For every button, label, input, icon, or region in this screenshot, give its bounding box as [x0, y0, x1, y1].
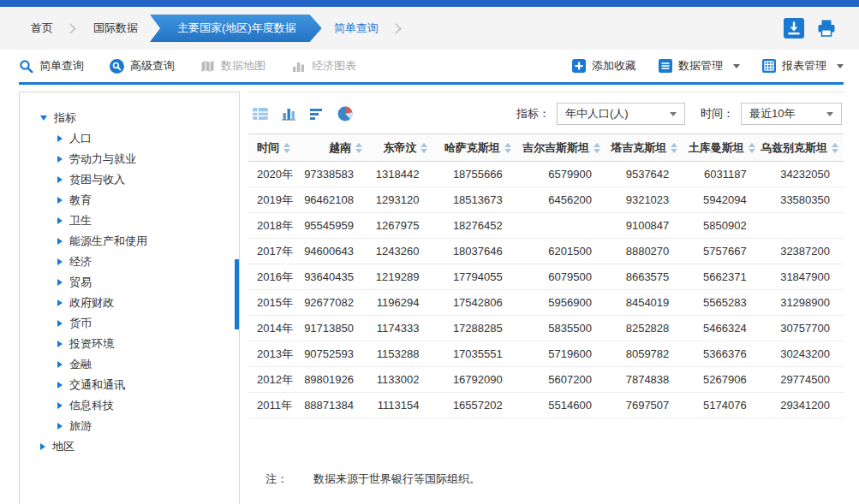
- sort-arrows-icon[interactable]: [594, 143, 600, 153]
- column-header-1[interactable]: 时间: [248, 134, 296, 162]
- sidebar-item-label: 货币: [69, 316, 92, 331]
- sidebar-item-11[interactable]: 投资环境: [57, 334, 239, 354]
- column-header-label: 东帝汶: [383, 141, 416, 154]
- sort-arrows-icon[interactable]: [832, 143, 838, 153]
- sidebar-item-label: 信息科技: [69, 398, 114, 413]
- cell-value: 96462108: [296, 187, 367, 213]
- column-header-4[interactable]: 哈萨克斯坦: [432, 134, 516, 162]
- top-blue-bar: [0, 0, 859, 7]
- sidebar-item-9[interactable]: 政府财政: [57, 293, 239, 313]
- cell-value: 8663575: [605, 264, 683, 290]
- cell-value: 1293120: [367, 187, 432, 213]
- column-header-3[interactable]: 东帝汶: [367, 134, 432, 162]
- table-row: 2017年94600643124326018037646620150088802…: [248, 239, 844, 264]
- sidebar-item-indicators[interactable]: 指标: [40, 108, 239, 128]
- column-header-6[interactable]: 塔吉克斯坦: [605, 134, 683, 162]
- cell-value: 5850902: [683, 213, 760, 239]
- sidebar-item-label: 指标: [54, 110, 76, 126]
- toolbar-search-button[interactable]: 简单查询: [19, 58, 84, 74]
- toolbar-data-manage-button[interactable]: 数据管理: [659, 58, 740, 74]
- sort-arrows-icon[interactable]: [421, 143, 427, 153]
- sidebar-item-10[interactable]: 货币: [57, 313, 239, 334]
- header-actions: [784, 18, 837, 39]
- column-header-label: 土库曼斯坦: [689, 141, 744, 154]
- column-header-8[interactable]: 乌兹别克斯坦: [761, 134, 844, 162]
- triangle-right-icon: [40, 443, 45, 450]
- cell-value: 18276452: [432, 213, 516, 239]
- sidebar-item-1[interactable]: 人口: [57, 128, 239, 149]
- sort-arrows-icon[interactable]: [355, 143, 362, 153]
- sort-up-icon: [749, 143, 755, 147]
- pie-chart-button[interactable]: [337, 105, 354, 122]
- toolbar-advanced-search-button[interactable]: 高级查询: [110, 58, 175, 74]
- sort-arrows-icon[interactable]: [283, 143, 290, 153]
- sidebar-item-regions[interactable]: 地区: [40, 436, 239, 457]
- sidebar-scrollbar[interactable]: [235, 259, 239, 329]
- time-select[interactable]: 最近10年: [741, 103, 842, 125]
- sidebar-item-14[interactable]: 信息科技: [57, 395, 239, 416]
- cell-value: 18755666: [432, 162, 516, 187]
- cell-year: 2015年: [248, 290, 296, 316]
- breadcrumb-item-3[interactable]: 主要国家(地区)年度数据: [150, 15, 322, 42]
- toolbar-button-label: 数据地图: [221, 58, 265, 74]
- bar-chart-button[interactable]: [280, 106, 297, 122]
- sidebar-item-7[interactable]: 经济: [57, 252, 239, 272]
- sidebar-item-label: 教育: [69, 193, 92, 208]
- toolbar-add-favorite-button[interactable]: 添加收藏: [572, 58, 636, 74]
- toolbar-report-manage-button[interactable]: 报表管理: [762, 58, 844, 74]
- cell-value: 16557202: [432, 393, 516, 418]
- sort-arrows-icon[interactable]: [504, 143, 511, 153]
- time-label: 时间：: [701, 106, 734, 122]
- sort-arrows-icon[interactable]: [671, 143, 677, 153]
- cell-value: 97338583: [296, 162, 367, 187]
- triangle-right-icon: [57, 402, 63, 409]
- sidebar-children: 人口劳动力与就业贫困与收入教育卫生能源生产和使用经济贸易政府财政货币投资环境金融…: [40, 128, 239, 436]
- download-button[interactable]: [784, 18, 804, 39]
- column-header-label: 吉尔吉斯斯坦: [522, 141, 589, 154]
- filters: 指标： 年中人口(人) 时间： 最近10年: [501, 103, 842, 125]
- main-panel: 指标： 年中人口(人) 时间： 最近10年 时间越南东帝汶哈萨克斯坦吉尔吉斯斯坦…: [248, 92, 844, 504]
- cell-year: 2019年: [248, 187, 296, 213]
- column-header-7[interactable]: 土库曼斯坦: [683, 134, 760, 162]
- sidebar-item-label: 贫困与收入: [69, 172, 125, 187]
- sidebar-item-3[interactable]: 贫困与收入: [57, 169, 239, 190]
- column-header-2[interactable]: 越南: [296, 134, 367, 162]
- cell-value: 1243260: [367, 239, 432, 264]
- cell-value: 1153288: [367, 341, 432, 367]
- breadcrumb-item-4[interactable]: 简单查询: [322, 15, 391, 42]
- cell-year: 2020年: [248, 162, 296, 187]
- indicator-select[interactable]: 年中人口(人): [557, 103, 685, 125]
- advanced-search-icon: [110, 59, 124, 74]
- sidebar-item-label: 卫生: [69, 213, 92, 228]
- sort-arrows-icon[interactable]: [749, 143, 755, 153]
- cell-value: 5719600: [516, 341, 605, 367]
- sidebar-item-12[interactable]: 金融: [57, 354, 239, 375]
- cell-value: [516, 213, 605, 239]
- sort-list-button[interactable]: [308, 106, 325, 122]
- sidebar-item-2[interactable]: 劳动力与就业: [57, 149, 239, 169]
- triangle-right-icon: [57, 361, 63, 368]
- column-header-label: 塔吉克斯坦: [611, 141, 666, 154]
- cell-value: 30243200: [761, 341, 844, 367]
- data-manage-icon: [659, 59, 672, 73]
- print-button[interactable]: [816, 18, 837, 39]
- sidebar-item-6[interactable]: 能源生产和使用: [57, 231, 239, 252]
- sort-down-icon: [749, 149, 755, 153]
- table-header: 时间越南东帝汶哈萨克斯坦吉尔吉斯斯坦塔吉克斯坦土库曼斯坦乌兹别克斯坦: [248, 134, 844, 162]
- breadcrumb-item-2[interactable]: 国际数据: [81, 15, 150, 42]
- breadcrumb: 首页国际数据主要国家(地区)年度数据简单查询: [19, 15, 407, 42]
- cell-value: 29341200: [761, 393, 844, 418]
- table-row: 2019年96462108129312018513673645620093210…: [248, 187, 844, 213]
- sidebar-item-15[interactable]: 旅游: [57, 416, 239, 436]
- triangle-right-icon: [57, 258, 63, 265]
- column-header-5[interactable]: 吉尔吉斯斯坦: [516, 134, 605, 162]
- cell-value: 5956900: [516, 290, 605, 316]
- cell-value: 5757667: [683, 239, 760, 264]
- sidebar-item-8[interactable]: 贸易: [57, 272, 239, 293]
- sidebar-item-13[interactable]: 交通和通讯: [57, 375, 239, 395]
- sidebar-item-5[interactable]: 卫生: [57, 210, 239, 231]
- cell-value: 5514600: [516, 393, 605, 418]
- sidebar-item-4[interactable]: 教育: [57, 190, 239, 210]
- breadcrumb-item-1[interactable]: 首页: [19, 15, 65, 42]
- table-view-button[interactable]: [252, 106, 269, 122]
